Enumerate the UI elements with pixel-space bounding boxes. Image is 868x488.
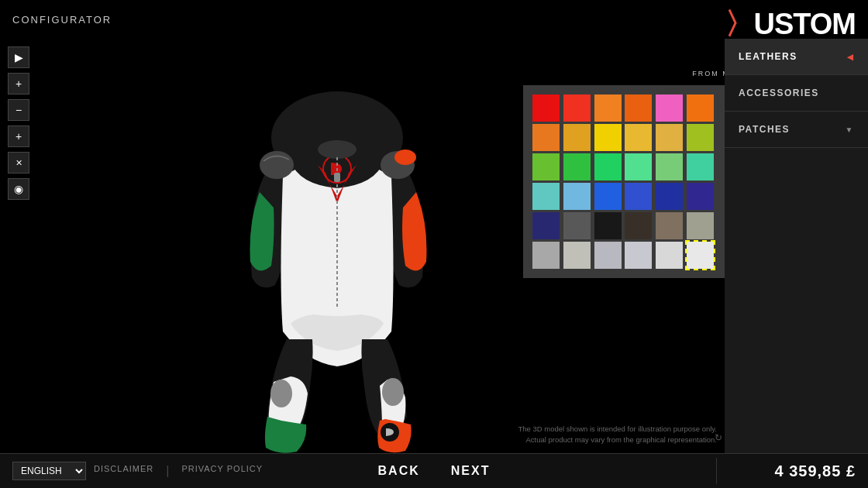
color-swatch-6[interactable] bbox=[532, 124, 560, 151]
color-swatch-12[interactable] bbox=[532, 153, 560, 180]
color-swatch-11[interactable] bbox=[687, 124, 714, 151]
suit-svg bbox=[190, 39, 484, 453]
color-swatch-33[interactable] bbox=[625, 242, 652, 269]
play-button[interactable]: ▶ bbox=[8, 46, 29, 68]
color-swatch-9[interactable] bbox=[625, 124, 652, 151]
color-swatch-7[interactable] bbox=[563, 124, 591, 151]
color-swatch-3[interactable] bbox=[625, 95, 652, 122]
privacy-policy-link[interactable]: PRIVACY POLICY bbox=[181, 464, 263, 478]
svg-point-5 bbox=[382, 378, 404, 406]
zoom-out-button[interactable]: − bbox=[8, 99, 29, 121]
disclaimer-link[interactable]: DISCLAIMER bbox=[94, 464, 153, 478]
back-button[interactable]: BACK bbox=[378, 464, 420, 478]
refresh-icon[interactable]: ↻ bbox=[715, 432, 722, 443]
color-swatch-22[interactable] bbox=[656, 183, 683, 210]
color-swatch-20[interactable] bbox=[594, 183, 622, 210]
language-select[interactable]: ENGLISH ITALIANO FRANÇAIS DEUTSCH bbox=[12, 462, 86, 480]
sidebar-item-leathers[interactable]: LEATHERS ◀ bbox=[725, 39, 868, 75]
view-button[interactable]: ◉ bbox=[8, 178, 29, 200]
color-swatch-10[interactable] bbox=[656, 124, 683, 151]
color-swatch-8[interactable] bbox=[594, 124, 622, 151]
color-swatch-25[interactable] bbox=[563, 212, 591, 239]
color-swatch-34[interactable] bbox=[656, 242, 683, 269]
footer-divider bbox=[716, 458, 717, 484]
color-swatch-4[interactable] bbox=[656, 95, 683, 122]
color-swatch-29[interactable] bbox=[687, 212, 714, 239]
svg-point-8 bbox=[394, 149, 416, 165]
color-swatch-31[interactable] bbox=[563, 242, 591, 269]
color-swatch-35[interactable] bbox=[687, 242, 714, 269]
color-swatch-18[interactable] bbox=[532, 183, 560, 210]
color-swatch-30[interactable] bbox=[532, 242, 560, 269]
next-button[interactable]: NEXT bbox=[451, 464, 491, 478]
color-swatch-16[interactable] bbox=[656, 153, 683, 180]
color-swatch-5[interactable] bbox=[687, 95, 714, 122]
color-swatch-26[interactable] bbox=[594, 212, 622, 239]
svg-point-9 bbox=[318, 140, 356, 159]
color-swatch-19[interactable] bbox=[563, 183, 591, 210]
footer-links: DISCLAIMER | PRIVACY POLICY bbox=[94, 464, 263, 478]
right-sidebar: LEATHERS ◀ ACCESSORIES PATCHES ▼ bbox=[725, 39, 868, 453]
leathers-arrow: ◀ bbox=[847, 53, 855, 61]
color-swatch-2[interactable] bbox=[594, 95, 622, 122]
color-swatch-32[interactable] bbox=[594, 242, 622, 269]
disclaimer-text: The 3D model shown is intended for illus… bbox=[518, 424, 717, 446]
page-title: CONFIGURATOR bbox=[12, 14, 112, 26]
color-swatch-15[interactable] bbox=[625, 153, 652, 180]
svg-point-4 bbox=[270, 380, 292, 407]
color-swatch-23[interactable] bbox=[687, 183, 714, 210]
price-display: 4 359,85 £ bbox=[774, 462, 856, 480]
color-swatch-14[interactable] bbox=[594, 153, 622, 180]
color-swatch-27[interactable] bbox=[625, 212, 652, 239]
svg-point-6 bbox=[260, 151, 294, 179]
header: CONFIGURATOR bbox=[0, 0, 868, 39]
color-swatch-24[interactable] bbox=[532, 212, 560, 239]
svg-rect-11 bbox=[334, 173, 340, 182]
left-toolbar: ▶ + − + ✕ ◉ bbox=[8, 46, 29, 200]
add-button[interactable]: + bbox=[8, 125, 29, 147]
zoom-in-button[interactable]: + bbox=[8, 73, 29, 95]
color-panel bbox=[523, 85, 725, 278]
color-swatch-13[interactable] bbox=[563, 153, 591, 180]
sidebar-item-patches[interactable]: PATCHES ▼ bbox=[725, 112, 868, 148]
patches-arrow: ▼ bbox=[846, 125, 854, 134]
footer: ENGLISH ITALIANO FRANÇAIS DEUTSCH DISCLA… bbox=[0, 453, 868, 488]
sidebar-item-accessories[interactable]: ACCESSORIES bbox=[725, 75, 868, 112]
color-swatch-0[interactable] bbox=[532, 95, 560, 122]
color-swatch-21[interactable] bbox=[625, 183, 652, 210]
color-swatch-28[interactable] bbox=[656, 212, 683, 239]
color-swatch-1[interactable] bbox=[563, 95, 591, 122]
footer-nav: BACK NEXT bbox=[378, 464, 491, 478]
color-swatch-17[interactable] bbox=[687, 153, 714, 180]
remove-button[interactable]: ✕ bbox=[8, 152, 29, 174]
color-grid bbox=[532, 95, 715, 269]
